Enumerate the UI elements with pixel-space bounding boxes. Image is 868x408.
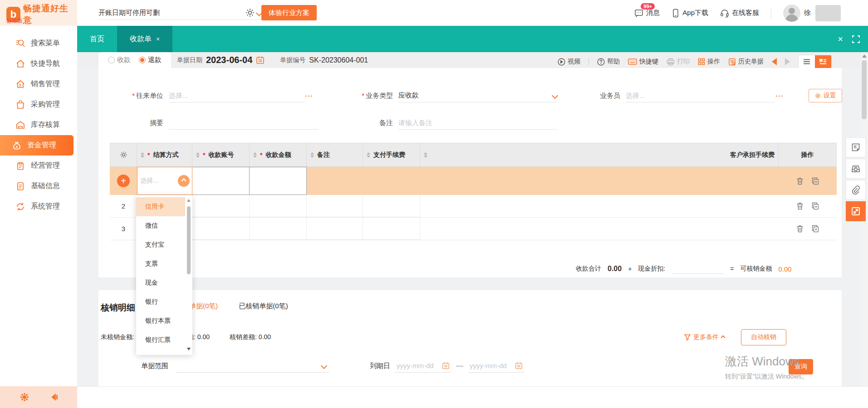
partner-input[interactable] (169, 89, 305, 102)
sidebar-item-operations[interactable]: 经营管理 (0, 155, 77, 176)
delete-row-icon[interactable] (796, 202, 804, 210)
dropdown-option-alipay[interactable]: 支付宝 (136, 235, 185, 254)
due-date-to-input[interactable] (470, 359, 511, 373)
header-gear-icon[interactable] (245, 8, 255, 18)
row1-amount-cell[interactable] (250, 167, 307, 195)
fullscreen-icon[interactable] (852, 35, 860, 43)
dropdown-scrollbar[interactable] (186, 198, 191, 351)
column-settings-cell[interactable] (110, 143, 137, 167)
row1-remark-cell[interactable] (307, 167, 363, 195)
table-row-2[interactable]: 2 (110, 195, 837, 218)
settings-button[interactable]: 设置 (809, 89, 842, 102)
scrollbar-thumb[interactable] (187, 206, 191, 274)
tab-receipt[interactable]: 收款单 × (117, 26, 172, 52)
row3-remark-cell[interactable] (307, 218, 363, 240)
discount-input[interactable] (672, 264, 724, 274)
online-service-button[interactable]: 在线客服 (720, 9, 759, 18)
copy-row-icon[interactable] (812, 177, 819, 185)
calendar-icon[interactable] (256, 56, 265, 64)
sidebar-item-system[interactable]: 系统管理 (0, 196, 77, 217)
header-customer-fee[interactable]: 客户承担手续费 (420, 143, 779, 167)
header-amount[interactable]: *收款金额 (250, 143, 307, 167)
copy-row-icon[interactable] (812, 202, 819, 210)
add-row-icon[interactable]: + (117, 175, 130, 187)
tab-close-icon[interactable]: × (156, 35, 160, 43)
row3-account-cell[interactable] (192, 218, 250, 240)
header-remark[interactable]: 备注 (307, 143, 363, 167)
doc-date-value[interactable]: 2023-06-04 (206, 55, 252, 65)
sidebar-item-inventory[interactable]: 库存核算 (0, 115, 77, 135)
draft-rail-button[interactable]: 草 (846, 137, 866, 157)
more-filters-toggle[interactable]: 更多条件 (684, 333, 725, 341)
card-view-button[interactable] (815, 55, 831, 68)
page-scrollbar[interactable] (860, 52, 868, 408)
delete-row-icon[interactable] (796, 225, 804, 233)
account-set-select[interactable]: 开账日期可停用可删 (98, 6, 264, 20)
link-rail-button[interactable] (846, 180, 866, 200)
range-select[interactable] (176, 359, 330, 373)
row2-customer-fee-cell[interactable] (420, 195, 779, 217)
dropdown-option-bank[interactable]: 银行 (136, 292, 185, 311)
close-all-icon[interactable]: × (838, 34, 843, 44)
user-menu[interactable]: 徐 (783, 5, 841, 22)
collapse-sidebar-icon[interactable] (46, 393, 58, 402)
help-button[interactable]: 帮助 (597, 58, 620, 66)
row2-remark-cell[interactable] (307, 195, 363, 217)
scroll-up-icon[interactable] (187, 199, 191, 202)
row2-account-cell[interactable] (192, 195, 250, 217)
list-view-button[interactable] (799, 55, 815, 68)
prev-doc-icon[interactable] (772, 58, 777, 65)
scrollbar-thumb[interactable] (862, 60, 867, 119)
dropdown-option-cash[interactable]: 现金 (136, 273, 185, 292)
radio-refund[interactable]: 退款 (139, 56, 162, 64)
partner-more-icon[interactable]: ··· (305, 92, 313, 100)
row3-fee-cell[interactable] (363, 218, 420, 240)
tab-home[interactable]: 首页 (77, 26, 117, 52)
header-account[interactable]: *收款账号 (192, 143, 250, 167)
header-settle-method[interactable]: *结算方式 (137, 143, 192, 167)
scroll-up-icon[interactable] (862, 54, 867, 58)
summary-input[interactable] (169, 116, 319, 130)
scroll-down-icon[interactable] (187, 348, 191, 350)
due-date-to[interactable] (468, 359, 525, 373)
history-button[interactable]: 历史单据 (728, 58, 764, 66)
row1-customer-fee-cell[interactable] (420, 167, 779, 195)
due-date-from[interactable] (395, 359, 451, 373)
hotkey-button[interactable]: 快捷键 (628, 58, 658, 66)
sidebar-item-quicknav[interactable]: 快捷导航 (0, 53, 77, 74)
row2-fee-cell[interactable] (363, 195, 420, 217)
sidebar-item-funds[interactable]: ¥ 资金管理 (0, 135, 74, 155)
auto-writeoff-button[interactable]: 自动核销 (741, 329, 786, 345)
row3-amount-cell[interactable] (250, 218, 307, 240)
tray-rail-button[interactable] (846, 159, 866, 179)
footer-gear-icon[interactable] (20, 392, 29, 402)
salesman-input[interactable] (626, 89, 775, 102)
expand-rail-button[interactable] (846, 201, 866, 221)
print-button[interactable]: 打印 (667, 58, 690, 66)
dropdown-option-wechat[interactable]: 微信 (136, 216, 185, 235)
app-download-button[interactable]: App下载 (672, 9, 708, 18)
copy-row-icon[interactable] (812, 225, 819, 233)
row3-customer-fee-cell[interactable] (420, 218, 779, 240)
header-fee[interactable]: 支付手续费 (363, 143, 420, 167)
trial-plan-button[interactable]: 体验行业方案 (261, 5, 317, 20)
sidebar-item-sales[interactable]: $ 销售管理 (0, 74, 77, 94)
actions-button[interactable]: 操作 (698, 58, 720, 66)
biztype-select[interactable]: 应收款 (398, 89, 557, 102)
dropdown-option-cheque[interactable]: 支票 (136, 254, 185, 273)
table-row-3[interactable]: 3 (110, 218, 837, 240)
video-button[interactable]: 视频 (558, 58, 580, 66)
dropdown-option-bank-draft[interactable]: 银行汇票 (136, 330, 185, 350)
sidebar-item-search[interactable]: 搜索菜单 (0, 33, 77, 53)
remark-input[interactable] (398, 116, 557, 130)
dropdown-collapse-icon[interactable] (178, 175, 190, 187)
table-row-1[interactable]: + 选择... (110, 167, 837, 195)
next-doc-icon[interactable] (785, 58, 790, 65)
row2-amount-cell[interactable] (250, 195, 307, 217)
due-date-from-input[interactable] (397, 359, 438, 373)
radio-receive[interactable]: 收款 (108, 56, 131, 64)
messages-button[interactable]: 99+ 消息 (634, 9, 660, 18)
row1-settle-input[interactable]: 选择... (137, 167, 192, 195)
dropdown-option-bank-note[interactable]: 银行本票 (136, 311, 185, 330)
delete-row-icon[interactable] (796, 177, 804, 185)
